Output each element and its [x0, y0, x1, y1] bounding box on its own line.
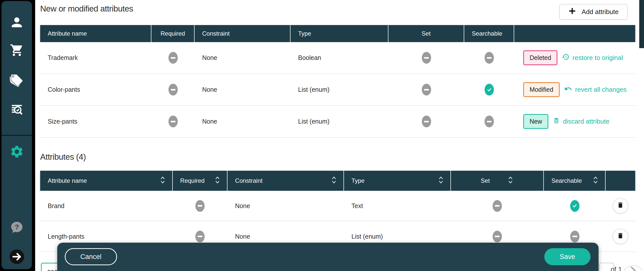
constraint-cell: None: [227, 233, 344, 240]
sidebar-item-settings[interactable]: [2, 144, 32, 160]
col-header-required: Required: [151, 25, 195, 42]
sidebar-item-expand[interactable]: [2, 249, 32, 266]
trash-icon: [617, 232, 624, 241]
add-attribute-label: Add attribute: [582, 8, 619, 16]
page-size-value: 200: [47, 269, 58, 271]
delete-attribute-button[interactable]: [613, 198, 628, 214]
restore-to-original-link[interactable]: restore to original: [562, 53, 623, 62]
minus-circle-icon: [570, 231, 579, 242]
check-circle-icon: [570, 200, 579, 212]
minus-circle-icon: [422, 52, 431, 64]
table-row: Color-pants None List (enum) Modified re…: [40, 74, 635, 106]
table-header-row: Attribute name Required Constraint Type …: [40, 171, 635, 191]
col-header-searchable[interactable]: Searchable: [544, 171, 606, 191]
col-header-actions: [606, 171, 635, 191]
minus-circle-icon: [493, 200, 502, 212]
minus-circle-icon: [485, 116, 494, 127]
sidebar-item-catalog-check[interactable]: [2, 102, 32, 118]
sidebar-panel: ?: [2, 1, 32, 269]
help-icon: ?: [10, 221, 24, 235]
constraint-cell: None: [227, 202, 344, 210]
col-header-label: Attribute name: [48, 177, 87, 184]
table-row: Trademark None Boolean Deleted restore t…: [40, 42, 635, 74]
search-check-icon: [9, 102, 24, 118]
sidebar-item-products[interactable]: [2, 73, 32, 88]
page-total-label: of 1: [611, 263, 622, 271]
undo-icon: [564, 85, 572, 95]
sidebar-item-help[interactable]: ?: [2, 221, 32, 235]
sort-icon: [507, 176, 513, 186]
minus-circle-icon: [485, 52, 494, 64]
status-badge-deleted: Deleted: [523, 50, 557, 65]
save-actions-bar: Cancel Save: [57, 243, 599, 271]
sidebar: ?: [0, 0, 35, 271]
next-page-button[interactable]: [622, 265, 644, 271]
cart-icon: [10, 43, 24, 58]
table-header-row: Attribute name Required Constraint Type …: [40, 25, 635, 42]
modified-attributes-table: Attribute name Required Constraint Type …: [40, 25, 635, 138]
chevron-right-icon: [626, 266, 640, 271]
attribute-name-cell: Brand: [40, 202, 173, 210]
attributes-table: Attribute name Required Constraint Type …: [40, 171, 635, 252]
col-header-label: Type: [352, 177, 365, 184]
type-cell: List (enum): [290, 118, 388, 125]
row-action-label: discard attribute: [563, 118, 609, 125]
col-header-actions: [514, 25, 635, 42]
col-header-label: Required: [180, 177, 205, 184]
type-cell: Boolean: [290, 54, 388, 61]
col-header-type[interactable]: Type: [344, 171, 451, 191]
add-attribute-button[interactable]: Add attribute: [559, 4, 628, 20]
col-header-attribute-name[interactable]: Attribute name: [40, 171, 173, 191]
col-header-attribute-name: Attribute name: [40, 25, 151, 42]
restore-icon: [562, 53, 569, 62]
trash-icon: [617, 202, 624, 210]
minus-circle-icon: [195, 231, 205, 242]
constraint-cell: None: [195, 118, 290, 125]
trash-icon: [553, 117, 560, 126]
discard-attribute-link[interactable]: discard attribute: [553, 117, 609, 126]
user-icon: [10, 15, 24, 31]
col-header-label: Set: [481, 177, 490, 184]
sidebar-item-orders[interactable]: [2, 43, 32, 58]
attribute-name-cell: Size-pants: [40, 118, 151, 125]
attribute-name-cell: Trademark: [40, 54, 151, 61]
cancel-button[interactable]: Cancel: [65, 248, 117, 265]
sort-icon: [214, 176, 220, 186]
col-header-set[interactable]: Set: [451, 171, 544, 191]
minus-circle-icon: [422, 116, 431, 127]
col-header-searchable: Searchable: [464, 25, 514, 42]
page-title: New or modified attributes: [40, 4, 133, 14]
col-header-set: Set: [388, 25, 464, 42]
col-header-constraint[interactable]: Constraint: [227, 171, 344, 191]
constraint-cell: None: [195, 54, 290, 61]
svg-text:?: ?: [15, 223, 19, 231]
col-header-required[interactable]: Required: [173, 171, 228, 191]
arrow-right-icon: [9, 249, 25, 266]
col-header-type: Type: [290, 25, 388, 42]
check-circle-icon: [485, 84, 494, 96]
minus-circle-icon: [168, 116, 178, 127]
type-cell: Text: [344, 202, 451, 210]
status-badge-new: New: [523, 114, 548, 129]
constraint-cell: None: [195, 86, 290, 93]
minus-circle-icon: [195, 200, 205, 212]
sort-icon: [160, 176, 166, 186]
minus-circle-icon: [168, 84, 178, 96]
save-button[interactable]: Save: [544, 248, 591, 265]
type-cell: List (enum): [344, 233, 451, 240]
sort-icon: [593, 176, 599, 186]
plus-icon: [568, 7, 576, 17]
attribute-name-cell: Length-pants: [40, 233, 173, 240]
col-header-label: Searchable: [551, 177, 582, 184]
col-header-label: Constraint: [235, 177, 262, 184]
status-badge-modified: Modified: [523, 82, 560, 97]
right-edge-panel: [639, 0, 644, 48]
sidebar-item-users[interactable]: [2, 15, 32, 31]
col-header-constraint: Constraint: [195, 25, 290, 42]
minus-circle-icon: [422, 84, 431, 96]
delete-attribute-button[interactable]: [613, 229, 628, 244]
row-action-label: restore to original: [572, 54, 623, 62]
sort-icon: [438, 176, 444, 186]
revert-all-changes-link[interactable]: revert all changes: [564, 85, 627, 95]
minus-circle-icon: [493, 231, 502, 242]
